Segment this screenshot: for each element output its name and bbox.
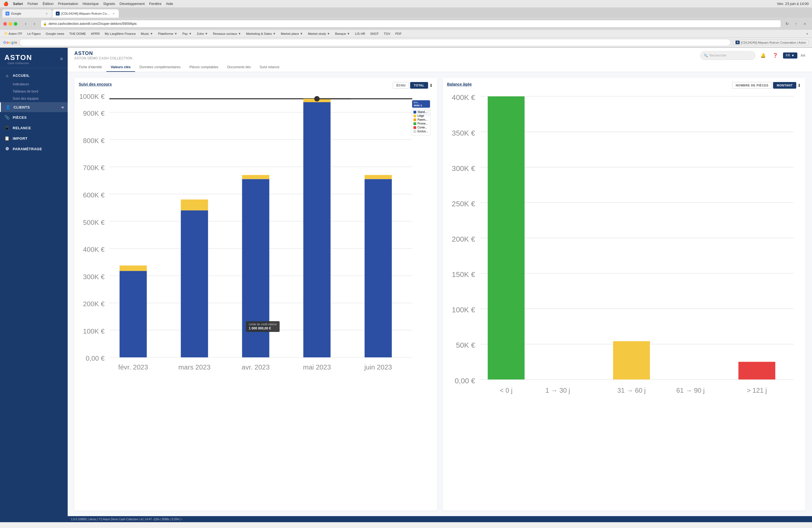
chart1-area: 0,00 € 100K € 200K € 300K € 400K € 500K … xyxy=(79,92,433,379)
google-favicon: G xyxy=(5,12,10,15)
bookmark-thedome[interactable]: THE DOME xyxy=(67,31,88,36)
bookmark-lishr[interactable]: LIS HR xyxy=(353,31,367,36)
bookmark-pay[interactable]: Pay ▼ xyxy=(180,31,194,36)
bookmark-pdf[interactable]: PDF xyxy=(393,31,404,36)
menu-safari[interactable]: Safari xyxy=(13,2,23,6)
svg-text:61 → 90 j: 61 → 90 j xyxy=(676,386,705,394)
menu-fichier[interactable]: Fichier xyxy=(27,2,38,6)
sidebar-sub-tableaux[interactable]: Tableaux de bord xyxy=(0,88,68,95)
chart1-title[interactable]: Suivi des encours xyxy=(79,82,112,86)
sidebar-item-import[interactable]: 📋 IMPORT xyxy=(0,133,68,144)
status-text: 1.0.0.108891 | demo | T:2:Aston Démo Cas… xyxy=(71,518,182,521)
sidebar-close-button[interactable]: ✕ xyxy=(60,56,63,62)
bookmark-sncf[interactable]: SNCF xyxy=(368,31,381,36)
tab-suivi-relance[interactable]: Suivi relance xyxy=(255,63,284,72)
tab-pieces-comptables[interactable]: Pièces comptables xyxy=(185,63,223,72)
notification-bell-button[interactable]: 🔔 xyxy=(759,51,768,60)
bar-fevr-blue xyxy=(120,271,147,357)
tab-valeurs-cles[interactable]: Valeurs clés xyxy=(106,63,135,72)
bookmark-zoho[interactable]: Zoho ▼ xyxy=(194,31,210,36)
bookmark-googlenews[interactable]: Google news xyxy=(43,31,66,36)
balance-agee-panel: Balance âgée NOMBRE DE PIÈCES MONTANT ⬇ … xyxy=(443,78,806,511)
menu-signets[interactable]: Signets xyxy=(103,2,115,6)
mac-menu-left[interactable]: 🍎 Safari Fichier Édition Présentation Hi… xyxy=(3,1,173,6)
tab-close-google[interactable]: × xyxy=(45,12,48,15)
bookmarks-more[interactable]: » xyxy=(804,31,810,36)
total-button[interactable]: TOTAL xyxy=(410,82,428,89)
bookmark-largilliere[interactable]: My Largillière Finance xyxy=(102,31,138,36)
nombre-pieces-button[interactable]: NOMBRE DE PIÈCES xyxy=(732,82,772,89)
search-icon: 🔍 xyxy=(704,54,708,57)
sidebar-sub-indicateurs[interactable]: Indicateurs xyxy=(0,80,68,88)
share-button[interactable]: ↑ xyxy=(792,20,800,28)
bookmark-marketing[interactable]: Marketing & Sales ▼ xyxy=(244,31,278,36)
app-title-area: ASTON ASTON DÉMO CASH COLLECTION xyxy=(74,50,132,60)
add-tab-button[interactable]: + xyxy=(801,20,809,28)
svg-text:100K €: 100K € xyxy=(83,327,105,335)
bar-mars-blue xyxy=(181,210,208,357)
svg-text:< 0 j: < 0 j xyxy=(499,386,512,394)
bookmark-music[interactable]: Music ▼ xyxy=(139,31,155,36)
menu-fenetre[interactable]: Fenêtre xyxy=(149,2,162,6)
header-search-bar[interactable]: 🔍 Rechercher xyxy=(700,51,755,60)
browser-tab-aston[interactable]: A [CDL04246] Aliquam Rutrum Corporation … xyxy=(53,10,119,18)
close-button[interactable] xyxy=(3,22,7,26)
svg-text:avr. 2023: avr. 2023 xyxy=(242,363,270,371)
url-bar[interactable]: 🔒 demo.cashcollection.astonitf.com/2/sup… xyxy=(41,20,781,28)
maximize-button[interactable] xyxy=(14,22,17,26)
tab-documents-lies[interactable]: Documents liés xyxy=(223,63,255,72)
sidebar-item-parametrage[interactable]: ⚙ PARAMÉTRAGE xyxy=(0,144,68,154)
svg-text:1000K €: 1000K € xyxy=(79,93,105,100)
language-button[interactable]: FR ▼ xyxy=(783,53,797,59)
menu-edition[interactable]: Édition xyxy=(43,2,54,6)
svg-text:900K €: 900K € xyxy=(83,109,105,117)
montant-button[interactable]: MONTANT xyxy=(773,82,796,89)
bar-mars-yellow xyxy=(181,200,208,210)
bookmark-plateforme[interactable]: Plateforme ▼ xyxy=(156,31,179,36)
bookmark-reseaux[interactable]: Reseaux sociaux ▼ xyxy=(211,31,243,36)
chart2-download-button[interactable]: ⬇ xyxy=(797,83,801,88)
bookmark-marketplace[interactable]: Market place ▼ xyxy=(279,31,305,36)
tab-close-aston[interactable]: × xyxy=(112,12,115,15)
chart2-title[interactable]: Balance âgée xyxy=(447,82,472,86)
tab-fiche-identite[interactable]: Fiche d'identité xyxy=(74,63,106,72)
sidebar-item-accueil[interactable]: ⌂ ACCUEIL xyxy=(0,70,68,80)
menu-historique[interactable]: Historique xyxy=(83,2,99,6)
tab-donnees-complementaires[interactable]: Données complémentaires xyxy=(135,63,185,72)
bookmark-aston[interactable]: 📁 Aston ITF xyxy=(2,31,25,36)
chart1-download-button[interactable]: ⬇ xyxy=(429,83,433,88)
menu-developpement[interactable]: Développement xyxy=(120,2,145,6)
sidebar-item-clients[interactable]: 👤 CLIENTS ◀ xyxy=(0,102,68,112)
sidebar-sub-suivi-equipes[interactable]: Suivi des équipes xyxy=(0,95,68,102)
traffic-lights[interactable] xyxy=(3,22,17,26)
svg-text:févr. 2023: févr. 2023 xyxy=(118,363,148,371)
font-size-button[interactable]: AA xyxy=(801,54,806,57)
sidebar-item-pieces[interactable]: 📎 PIÈCES xyxy=(0,112,68,122)
clients-icon: 👤 xyxy=(5,105,11,109)
bookmark-aprr[interactable]: APRR xyxy=(89,31,102,36)
google-search-input[interactable] xyxy=(19,39,731,46)
sidebar: ASTON Cash Collection ✕ ⌂ ACCUEIL Indica… xyxy=(0,48,68,522)
back-button[interactable]: ‹ xyxy=(22,20,30,28)
browser-tab-google[interactable]: G Google × xyxy=(2,10,52,18)
svg-text:400K €: 400K € xyxy=(452,93,475,102)
sidebar-item-relance[interactable]: 📱 RELANCE xyxy=(0,122,68,133)
chart1-controls: ÉCHU TOTAL ⬇ xyxy=(393,82,433,89)
tab-title-google: Google xyxy=(11,12,43,15)
forward-button[interactable]: › xyxy=(31,20,39,28)
bookmark-marketstudy[interactable]: Market study ▼ xyxy=(306,31,332,36)
bookmark-banque[interactable]: Banque ▼ xyxy=(333,31,352,36)
browser-nav[interactable]: ‹ › xyxy=(22,20,39,28)
legend-litige-dot xyxy=(414,115,416,117)
menu-aide[interactable]: Aide xyxy=(166,2,173,6)
apple-menu[interactable]: 🍎 xyxy=(3,1,9,6)
main-content: ASTON ASTON DÉMO CASH COLLECTION 🔍 Reche… xyxy=(68,48,812,522)
bookmark-tgv[interactable]: TGV xyxy=(382,31,393,36)
lock-icon: 🔒 xyxy=(43,22,47,26)
menu-presentation[interactable]: Présentation xyxy=(58,2,78,6)
bookmark-figaro[interactable]: Le Figaro xyxy=(25,31,43,36)
help-button[interactable]: ❓ xyxy=(771,51,780,60)
echu-button[interactable]: ÉCHU xyxy=(393,82,409,89)
minimize-button[interactable] xyxy=(9,22,12,26)
reload-button[interactable]: ↻ xyxy=(783,20,791,28)
